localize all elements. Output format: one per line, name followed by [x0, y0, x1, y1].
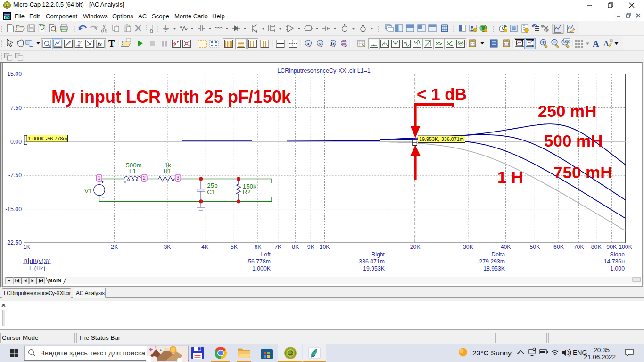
svg-text:fx: fx	[331, 41, 335, 46]
svg-text:2K: 2K	[111, 244, 118, 250]
svg-text:-336.071m: -336.071m	[357, 258, 385, 265]
svg-text:100K: 100K	[619, 244, 633, 250]
svg-text:0.00: 0.00	[10, 139, 22, 145]
svg-text:500 mH: 500 mH	[544, 132, 603, 150]
svg-text:7K: 7K	[274, 244, 282, 250]
svg-text:Right: Right	[371, 251, 385, 258]
svg-text:1K: 1K	[23, 244, 31, 250]
svg-text:fx: fx	[98, 41, 102, 47]
svg-text:My input LCR with 25 pF/150k: My input LCR with 25 pF/150k	[51, 87, 291, 107]
svg-text:3K: 3K	[164, 244, 171, 250]
svg-text:-7.50: -7.50	[8, 172, 22, 179]
svg-text:50K: 50K	[529, 244, 540, 250]
svg-text:5K: 5K	[231, 244, 238, 250]
svg-text:F (Hz): F (Hz)	[29, 265, 45, 272]
svg-text:90K: 90K	[606, 244, 617, 250]
svg-text:-15.00: -15.00	[5, 206, 22, 213]
svg-text:1 H: 1 H	[497, 168, 523, 186]
svg-text:750 mH: 750 mH	[553, 163, 612, 181]
svg-text:-22.50: -22.50	[5, 239, 22, 246]
svg-text:L1: L1	[129, 167, 136, 174]
svg-text:3: 3	[177, 175, 180, 181]
svg-text:Введите здесь текст для поиска: Введите здесь текст для поиска	[40, 349, 146, 357]
svg-text:Left: Left	[261, 251, 271, 258]
svg-text:x: x	[306, 41, 309, 46]
svg-text:C1: C1	[207, 189, 215, 196]
svg-text:19.953K: 19.953K	[363, 265, 385, 272]
svg-text:-279.293m: -279.293m	[477, 258, 505, 265]
svg-text:1.000: 1.000	[610, 265, 625, 272]
svg-text:80K: 80K	[591, 244, 602, 250]
svg-text:1.000K,-56.778m: 1.000K,-56.778m	[28, 136, 67, 141]
svg-text:250 mH: 250 mH	[538, 102, 597, 120]
svg-text:R2: R2	[243, 189, 251, 196]
svg-text:V1: V1	[84, 188, 92, 195]
svg-text:18.953K: 18.953K	[483, 265, 505, 272]
svg-text:9K: 9K	[307, 244, 315, 250]
svg-text:1: 1	[98, 175, 100, 181]
svg-text:MAIN: MAIN	[48, 278, 61, 283]
svg-text:-14.736u: -14.736u	[602, 258, 625, 265]
svg-text:6K: 6K	[254, 244, 262, 250]
svg-text:8K: 8K	[292, 244, 299, 250]
svg-text:A: A	[593, 39, 599, 49]
svg-text:70K: 70K	[574, 244, 585, 250]
svg-text:A: A	[603, 40, 609, 48]
svg-text:Sunny: Sunny	[491, 349, 512, 357]
svg-text:Delta: Delta	[491, 251, 505, 258]
svg-text:25p: 25p	[207, 182, 217, 189]
svg-text:dB(v(3)): dB(v(3))	[30, 258, 50, 264]
svg-text:< 1 dB: < 1 dB	[417, 85, 467, 103]
svg-text:LCRinputresonsnceCy-XXI.cir L1: LCRinputresonsnceCy-XXI.cir L1=1	[277, 67, 371, 74]
svg-text:7.50: 7.50	[10, 105, 22, 111]
svg-text:40K: 40K	[501, 244, 512, 250]
svg-text:60K: 60K	[553, 244, 564, 250]
svg-text:12: 12	[5, 4, 9, 7]
svg-text:100: 100	[564, 39, 570, 42]
svg-text:T: T	[108, 38, 115, 49]
svg-text:B: B	[24, 258, 28, 264]
svg-text:1.000K: 1.000K	[252, 265, 271, 272]
svg-text:19.953K,-336.071m: 19.953K,-336.071m	[419, 136, 464, 142]
svg-text:-56.778m: -56.778m	[246, 258, 271, 265]
svg-text:15.00: 15.00	[7, 71, 22, 77]
svg-text:23°C: 23°C	[472, 349, 489, 357]
svg-text:Slope: Slope	[610, 251, 625, 258]
svg-text:2: 2	[143, 175, 146, 181]
svg-text:123: 123	[504, 42, 509, 46]
svg-text:12: 12	[288, 350, 293, 356]
svg-text:R1: R1	[163, 167, 171, 174]
svg-text:10K: 10K	[320, 244, 330, 250]
svg-text:20:35: 20:35	[594, 346, 610, 354]
svg-text:30K: 30K	[463, 244, 474, 250]
svg-text:y: y	[318, 41, 322, 46]
svg-text:20K: 20K	[410, 244, 421, 250]
svg-text:21.06.2022: 21.06.2022	[584, 354, 616, 361]
svg-text:4K: 4K	[201, 244, 209, 250]
